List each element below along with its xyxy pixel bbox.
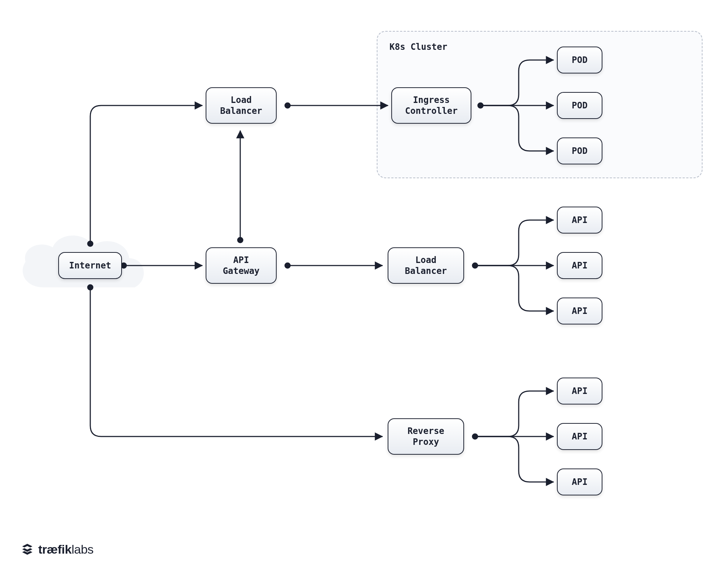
svg-point-3: [285, 103, 290, 108]
svg-point-5: [285, 263, 290, 268]
brand-logo: træfiklabs: [20, 542, 94, 557]
api-node-1: API: [557, 207, 602, 234]
api-gateway-node: API Gateway: [206, 247, 277, 284]
pod-node-2: POD: [557, 92, 602, 119]
internet-node: Internet: [58, 252, 122, 279]
pod-node-1: POD: [557, 47, 602, 73]
load-balancer-top-node: Load Balancer: [206, 87, 277, 124]
svg-point-7: [472, 263, 478, 268]
load-balancer-right-node: Load Balancer: [388, 247, 464, 284]
k8s-cluster-title: K8s Cluster: [389, 42, 447, 52]
api-node-4: API: [557, 378, 602, 404]
api-node-6: API: [557, 469, 602, 495]
api-node-3: API: [557, 298, 602, 324]
api-node-5: API: [557, 423, 602, 450]
api-node-2: API: [557, 252, 602, 279]
reverse-proxy-node: Reverse Proxy: [388, 418, 464, 455]
pod-node-3: POD: [557, 137, 602, 164]
ingress-controller-node: Ingress Controller: [391, 87, 471, 124]
traefik-logo-icon: [20, 542, 35, 557]
brand-text: træfiklabs: [38, 542, 94, 557]
svg-point-4: [238, 238, 243, 243]
svg-point-8: [472, 434, 478, 439]
